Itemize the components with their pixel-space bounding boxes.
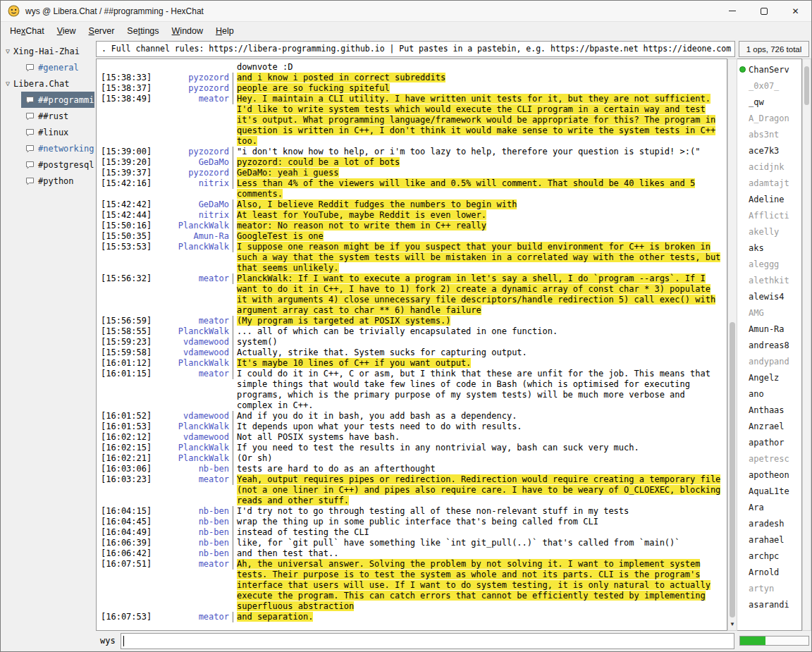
nick[interactable]: nb-ben (153, 517, 233, 527)
nick[interactable]: nitrix (153, 210, 233, 221)
network-Xing-Hai-Zhai[interactable]: ▽Xing-Hai-Zhai (1, 43, 94, 59)
user-list-item[interactable]: artyn (737, 580, 801, 596)
nick[interactable]: pyzozord (153, 83, 233, 94)
nick[interactable]: PlanckWalk (153, 422, 233, 432)
menu-help[interactable]: Help (209, 24, 240, 38)
user-list-item[interactable]: arahael (737, 531, 801, 548)
user-list-item[interactable]: apotheon (737, 467, 801, 483)
user-list-item[interactable]: _0x07_ (737, 78, 801, 94)
nick[interactable]: nb-ben (153, 548, 233, 559)
user-list-item[interactable]: aks (737, 240, 801, 256)
nick[interactable]: vdamewood (153, 347, 233, 358)
user-list-item[interactable]: Afflicti (737, 207, 801, 223)
channel-postgresql[interactable]: #postgresql (21, 156, 94, 173)
user-list-item[interactable]: Anthaas (737, 402, 801, 418)
channel-python[interactable]: #python (21, 173, 94, 189)
user-list-item[interactable]: AMG (737, 305, 801, 321)
maximize-button[interactable] (748, 1, 780, 21)
channel-programming[interactable]: ##programming (21, 92, 94, 108)
nick[interactable]: meator (153, 474, 233, 485)
nick[interactable]: pyzozord (153, 168, 233, 178)
nick[interactable]: pyzozord (153, 147, 233, 157)
message-text: Ah, the universal answer. Solving the pr… (233, 559, 725, 612)
nick[interactable]: nitrix (153, 178, 233, 189)
user-list-item[interactable]: Adeline (737, 191, 801, 207)
minimize-button[interactable] (716, 1, 748, 21)
nick[interactable]: meator (153, 559, 233, 570)
tree-expander-icon[interactable]: ▽ (6, 47, 10, 55)
menu-window[interactable]: Window (166, 24, 209, 38)
user-list-item[interactable]: andreas8 (737, 337, 801, 353)
nick[interactable]: PlanckWalk (153, 453, 233, 464)
topic-input[interactable]: . Full channel rules: https://libera-pro… (96, 41, 735, 57)
user-list-item[interactable]: apetresc (737, 450, 801, 467)
user-list-item[interactable]: alewis4 (737, 288, 801, 305)
close-button[interactable]: ✕ (780, 1, 811, 21)
nick[interactable]: PlanckWalk (153, 443, 233, 453)
chat-scrollbar-thumb[interactable] (730, 322, 735, 617)
user-list-item[interactable]: adamtajt (737, 175, 801, 191)
nick[interactable]: pyzozord (153, 73, 233, 83)
chat-line: [15:39:00]pyzozord"i don't know how to h… (101, 147, 725, 157)
user-list-item[interactable]: _qw (737, 94, 801, 110)
chat-line: [16:01:12]PlanckWalkIt's maybe 10 lines … (101, 358, 725, 369)
user-list-item[interactable]: Arnold (737, 564, 801, 580)
nick[interactable]: vdamewood (153, 337, 233, 347)
message-input[interactable] (121, 633, 734, 649)
channel-general[interactable]: #general (21, 59, 94, 75)
user-list-item[interactable]: Angelz (737, 369, 801, 386)
user-list-item[interactable]: Anzrael (737, 418, 801, 434)
nick[interactable]: meator (153, 369, 233, 379)
userlist-scrollbar-thumb[interactable] (804, 66, 809, 105)
user-list-item[interactable]: archpc (737, 548, 801, 564)
user-list-item[interactable]: ace7k3 (737, 142, 801, 159)
nick[interactable]: Amun-Ra (153, 231, 233, 242)
user-list-item[interactable]: andypand (737, 353, 801, 369)
chat-bubble-icon (25, 177, 35, 185)
user-list-item[interactable]: AquaL1te (737, 483, 801, 499)
user-nick: _0x07_ (749, 81, 779, 91)
user-list-item[interactable]: acidjnk (737, 159, 801, 175)
user-list-item[interactable]: Amun-Ra (737, 321, 801, 337)
user-list-item[interactable]: aradesh (737, 515, 801, 531)
menu-settings[interactable]: Settings (121, 24, 165, 38)
user-list-item[interactable]: asarandi (737, 596, 801, 613)
scroll-down-button[interactable]: ▼ (728, 620, 737, 629)
nick[interactable]: GeDaMo (153, 157, 233, 168)
network-Libera.Chat[interactable]: ▽Libera.Chat (1, 75, 94, 92)
nick[interactable]: meator (153, 612, 233, 622)
nick[interactable]: vdamewood (153, 411, 233, 422)
user-list-item[interactable]: aleggg (737, 256, 801, 272)
nick[interactable]: meator (153, 273, 233, 284)
nick[interactable]: PlanckWalk (153, 221, 233, 231)
channel-rust[interactable]: ##rust (21, 108, 94, 124)
nick[interactable]: meator (153, 94, 233, 104)
user-list-item[interactable]: apathor (737, 434, 801, 450)
user-list-item[interactable]: Ara (737, 499, 801, 515)
nick[interactable]: PlanckWalk (153, 242, 233, 252)
user-list-item[interactable]: ano (737, 386, 801, 402)
user-list-item[interactable]: abs3nt (737, 126, 801, 142)
userlist-scrollbar[interactable] (802, 59, 811, 631)
nick[interactable]: nb-ben (153, 506, 233, 517)
user-list-item[interactable]: A_Dragon (737, 110, 801, 126)
user-list-item[interactable]: ChanServ (737, 61, 801, 78)
nick[interactable]: nb-ben (153, 527, 233, 538)
nick[interactable]: vdamewood (153, 432, 233, 443)
menu-view[interactable]: View (51, 24, 82, 38)
channel-networking[interactable]: #networking (21, 140, 94, 156)
nick[interactable]: PlanckWalk (153, 358, 233, 369)
nick[interactable]: nb-ben (153, 464, 233, 474)
menu-hexchat[interactable]: HexChat (4, 24, 51, 38)
title-bar[interactable]: wys @ Libera.Chat / ##programming - HexC… (1, 1, 811, 22)
user-list-item[interactable]: alethkit (737, 272, 801, 288)
chat-scrollbar[interactable]: ▼ (727, 59, 737, 631)
menu-server[interactable]: Server (82, 24, 121, 38)
tree-expander-icon[interactable]: ▽ (6, 80, 10, 87)
channel-linux[interactable]: #linux (21, 124, 94, 140)
nick[interactable]: meator (153, 316, 233, 326)
nick[interactable]: nb-ben (153, 538, 233, 548)
nick[interactable]: PlanckWalk (153, 326, 233, 337)
nick[interactable]: GeDaMo (153, 199, 233, 210)
user-list-item[interactable]: akelly (737, 223, 801, 240)
